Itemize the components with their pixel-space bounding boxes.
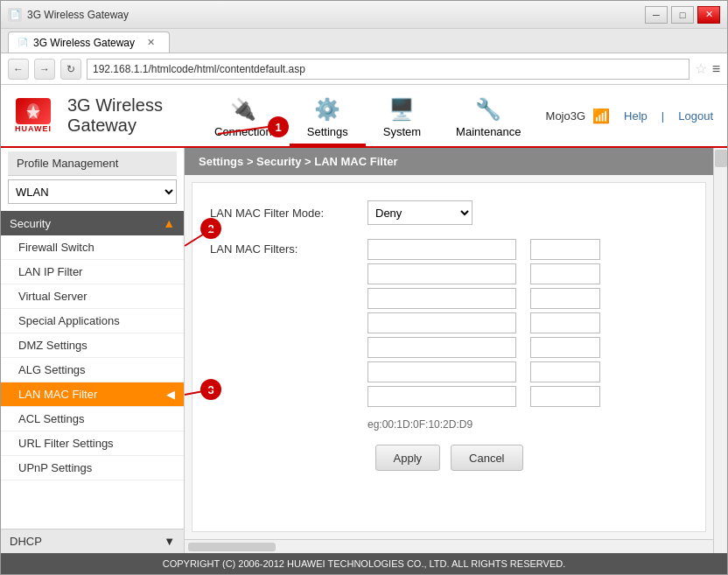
sidebar-header-area: Profile Management WLAN: [1, 148, 184, 211]
nav-maintenance-label: Maintenance: [456, 125, 521, 138]
scroll-thumb[interactable]: [715, 150, 727, 167]
sidebar-item-url-filter-settings[interactable]: URL Filter Settings: [1, 431, 184, 456]
sidebar-dhcp-section[interactable]: DHCP ▼: [1, 529, 184, 553]
sidebar-item-lan-ip-filter[interactable]: LAN IP Filter: [1, 260, 184, 284]
breadcrumb: Settings > Security > LAN MAC Filter: [185, 148, 713, 175]
sidebar-item-virtual-server[interactable]: Virtual Server: [1, 284, 184, 309]
system-icon: 🖥️: [388, 97, 415, 122]
scrollbar-thumb[interactable]: [188, 543, 276, 551]
connection-icon: 🔌: [230, 97, 256, 122]
cancel-button[interactable]: Cancel: [451, 445, 522, 471]
footer: COPYRIGHT (C) 2006-2012 HUAWEI TECHNOLOG…: [1, 553, 727, 574]
sidebar-profile-header: Profile Management: [8, 151, 177, 176]
nav-connection-label: Connection: [214, 125, 272, 138]
filter-inputs-right: [530, 239, 600, 407]
content-panel: LAN MAC Filter Mode: Allow Deny LAN MAC …: [192, 182, 706, 532]
chevron-up-icon: ▲: [163, 216, 175, 230]
brand-label: HUAWEI: [15, 124, 52, 133]
filter-input-2[interactable]: [368, 263, 516, 284]
filter-input-1[interactable]: [368, 239, 516, 260]
annotation-badge-3: 3: [200, 379, 221, 400]
refresh-button[interactable]: ↻: [60, 59, 81, 80]
window-icon: 📄: [8, 8, 22, 22]
username-label: Mojo3G: [546, 109, 586, 123]
sidebar-item-upnp-settings[interactable]: UPnP Settings: [1, 456, 184, 480]
huawei-logo: HUAWEI: [15, 98, 52, 133]
tab-bar: 📄 3G Wireless Gateway ✕: [1, 29, 727, 53]
sidebar-security-section[interactable]: Security ▲: [1, 211, 184, 235]
filter-input-right-4[interactable]: [530, 312, 600, 333]
example-text: eg:00:1D:0F:10:2D:D9: [368, 418, 472, 431]
tab-icon: 📄: [18, 38, 28, 47]
filters-row: LAN MAC Filters:: [210, 239, 688, 407]
chevron-down-icon: ▼: [164, 535, 175, 548]
tab-close-button[interactable]: ✕: [147, 37, 155, 48]
content-area: Settings > Security > LAN MAC Filter LAN…: [185, 148, 713, 553]
close-button[interactable]: ✕: [697, 6, 720, 24]
copyright-text: COPYRIGHT (C) 2006-2012 HUAWEI TECHNOLOG…: [163, 558, 566, 569]
app-header: HUAWEI 3G Wireless Gateway 🔌 Connection …: [1, 85, 727, 148]
sidebar-item-special-applications[interactable]: Special Applications: [1, 309, 184, 333]
filter-input-4[interactable]: [368, 312, 516, 333]
nav-maintenance[interactable]: 🔧 Maintenance: [438, 92, 538, 146]
header-nav: 🔌 Connection ⚙️ Settings 🖥️ System 🔧 Mai…: [190, 85, 546, 146]
filter-input-6[interactable]: [368, 361, 516, 382]
filter-input-right-7[interactable]: [530, 386, 600, 407]
maximize-button[interactable]: □: [671, 6, 694, 24]
forward-button[interactable]: →: [34, 59, 55, 80]
header-links: Help | Logout: [624, 109, 713, 123]
signal-icon: 📶: [592, 108, 610, 124]
logo-area: HUAWEI 3G Wireless Gateway: [15, 95, 190, 136]
sidebar-dropdown[interactable]: WLAN: [8, 179, 177, 204]
filter-input-right-3[interactable]: [530, 288, 600, 309]
filters-label: LAN MAC Filters:: [210, 239, 368, 256]
filter-mode-row: LAN MAC Filter Mode: Allow Deny: [210, 200, 688, 225]
filter-mode-select[interactable]: Allow Deny: [368, 200, 472, 225]
address-bar: ← → ↻ ☆ ≡: [1, 53, 727, 85]
nav-system[interactable]: 🖥️ System: [366, 92, 438, 146]
sidebar-item-lan-mac-filter[interactable]: LAN MAC Filter ◀: [1, 382, 184, 407]
back-button[interactable]: ←: [8, 59, 29, 80]
filter-input-right-1[interactable]: [530, 239, 600, 260]
annotation-badge-1: 1: [268, 116, 289, 137]
nav-system-label: System: [383, 125, 421, 138]
logo-icon: [16, 98, 51, 124]
filter-input-right-5[interactable]: [530, 337, 600, 358]
filter-mode-label: LAN MAC Filter Mode:: [210, 207, 368, 220]
main-area: Profile Management WLAN Security ▲ Firew…: [1, 148, 727, 553]
title-bar: 📄 3G Wireless Gateway ─ □ ✕: [1, 1, 727, 29]
browser-tab[interactable]: 📄 3G Wireless Gateway ✕: [8, 32, 170, 53]
tab-label: 3G Wireless Gateway: [33, 37, 135, 49]
address-input[interactable]: [87, 59, 690, 80]
sidebar-item-firewall-switch[interactable]: Firewall Switch: [1, 235, 184, 260]
header-user: Mojo3G 📶: [546, 108, 611, 124]
settings-icon: ⚙️: [314, 97, 340, 122]
sidebar-item-alg-settings[interactable]: ALG Settings: [1, 358, 184, 382]
filter-input-5[interactable]: [368, 337, 516, 358]
button-row: Apply Cancel: [210, 445, 688, 471]
filter-input-3[interactable]: [368, 288, 516, 309]
security-label: Security: [10, 217, 51, 230]
example-text-row: eg:00:1D:0F:10:2D:D9: [368, 417, 688, 431]
filter-input-right-2[interactable]: [530, 263, 600, 284]
annotation-badge-2: 2: [200, 218, 221, 239]
help-link[interactable]: Help: [624, 109, 648, 123]
filter-input-right-6[interactable]: [530, 361, 600, 382]
filter-inputs-left: [368, 239, 516, 407]
active-arrow-icon: ◀: [166, 388, 175, 401]
sidebar-item-dmz-settings[interactable]: DMZ Settings: [1, 333, 184, 358]
bookmark-icon[interactable]: ☆: [695, 60, 707, 77]
minimize-button[interactable]: ─: [645, 6, 668, 24]
nav-settings[interactable]: ⚙️ Settings: [290, 92, 366, 146]
sidebar-item-acl-settings[interactable]: ACL Settings: [1, 407, 184, 431]
gateway-title: 3G Wireless Gateway: [67, 95, 190, 136]
browser-menu-icon[interactable]: ≡: [712, 61, 720, 77]
vertical-scrollbar[interactable]: [713, 148, 727, 553]
window-title: 3G Wireless Gateway: [27, 9, 336, 21]
filter-input-7[interactable]: [368, 386, 516, 407]
maintenance-icon: 🔧: [475, 97, 501, 122]
logout-link[interactable]: Logout: [678, 109, 713, 123]
window-controls: ─ □ ✕: [645, 6, 720, 24]
horizontal-scrollbar[interactable]: [185, 539, 713, 553]
apply-button[interactable]: Apply: [375, 445, 441, 471]
